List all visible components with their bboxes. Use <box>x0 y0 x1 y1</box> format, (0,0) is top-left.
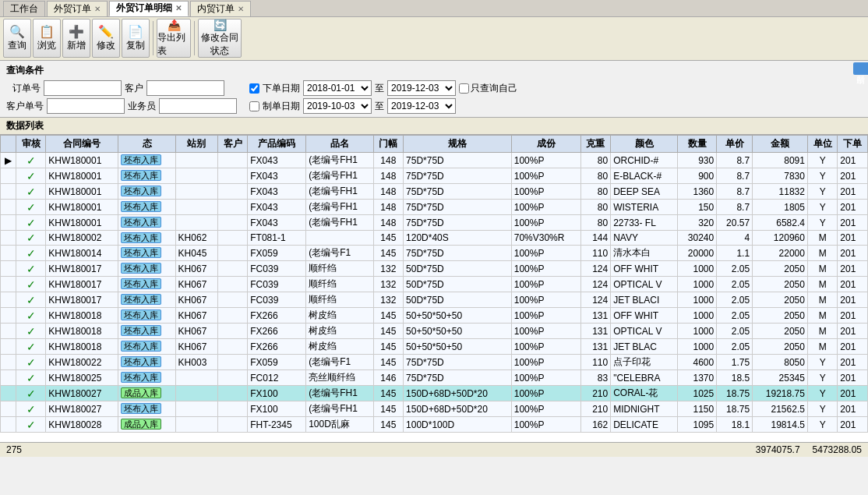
row-color: OFF WHIT <box>611 261 678 277</box>
browse-btn[interactable]: 📋 浏览 <box>33 19 61 58</box>
create-date-from[interactable]: 2019-10-03 <box>303 98 372 114</box>
table-row[interactable]: ✓ KHW180022 坯布入库 KH003 FX059 (老编号F1 145 … <box>1 355 868 370</box>
row-composition: 100%P <box>511 339 580 355</box>
table-row[interactable]: ▶ ✓ KHW180001 坯布入库 FX043 (老编号FH1 148 75D… <box>1 153 868 168</box>
create-date-to[interactable]: 2019-12-03 <box>387 98 456 114</box>
footer-count: 275 <box>6 444 22 455</box>
row-spec: 50D*75D <box>404 277 512 292</box>
row-order-date: 201 <box>838 277 868 292</box>
row-select <box>1 339 16 355</box>
row-product-name: 树皮绉 <box>306 308 373 324</box>
row-product-name: (老编号FH1 <box>306 386 373 401</box>
table-row[interactable]: ✓ KHW180014 坯布入库 KH045 FX059 (老编号F1 145 … <box>1 246 868 261</box>
row-qty: 1000 <box>678 339 717 355</box>
tab-order-list-close[interactable]: ✕ <box>94 5 101 13</box>
table-row[interactable]: ✓ KHW180018 坯布入库 KH067 FX266 树皮绉 145 50+… <box>1 324 868 339</box>
table-row[interactable]: ✓ KHW180001 坯布入库 FX043 (老编号FH1 148 75D*7… <box>1 168 868 184</box>
row-composition: 100%P <box>511 215 580 231</box>
row-door-width: 146 <box>373 370 403 386</box>
table-row[interactable]: ✓ KHW180017 坯布入库 KH067 FC039 顺纤绉 132 50D… <box>1 292 868 308</box>
modify-status-btn[interactable]: 🔄 修改合同状态 <box>198 19 242 58</box>
row-audit: ✓ <box>16 277 45 292</box>
row-station: KH003 <box>175 355 217 370</box>
table-row[interactable]: ✓ KHW180002 坯布入库 KH062 FT081-1 145 120D*… <box>1 231 868 246</box>
row-customer <box>217 261 247 277</box>
row-order-date: 201 <box>838 401 868 417</box>
tab-order-list[interactable]: 外贸订单 ✕ <box>47 1 108 16</box>
table-row[interactable]: ✓ KHW180001 坯布入库 FX043 (老编号FH1 148 75D*7… <box>1 184 868 200</box>
row-unit: Y <box>807 417 837 433</box>
tab-domestic-order[interactable]: 内贸订单 ✕ <box>190 1 251 16</box>
export-btn[interactable]: 📤 导出列表 <box>157 19 191 58</box>
table-row[interactable]: ✓ KHW180027 成品入库 FX100 (老编号FH1 145 150D+… <box>1 386 868 401</box>
row-product-name: (老编号FH1 <box>306 200 373 215</box>
table-row[interactable]: ✓ KHW180018 坯布入库 KH067 FX266 树皮绉 145 50+… <box>1 339 868 355</box>
row-contract: KHW180027 <box>46 401 118 417</box>
row-product-name: 树皮绉 <box>306 339 373 355</box>
order-date-from[interactable]: 2018-01-01 <box>303 80 372 96</box>
tab-order-detail-close[interactable]: ✕ <box>175 4 182 12</box>
tab-domestic-order-close[interactable]: ✕ <box>238 5 244 13</box>
create-date-checkbox[interactable] <box>249 101 259 111</box>
help-button[interactable]: 帮助 <box>853 62 868 75</box>
row-composition: 100%P <box>511 184 580 200</box>
row-qty: 1000 <box>678 292 717 308</box>
add-btn[interactable]: ➕ 新增 <box>62 19 90 58</box>
row-door-width: 145 <box>373 324 403 339</box>
row-contract: KHW180018 <box>46 324 118 339</box>
row-unit-price: 8.7 <box>717 200 753 215</box>
table-row[interactable]: ✓ KHW180017 坯布入库 KH067 FC039 顺纤绉 132 50D… <box>1 277 868 292</box>
query-btn[interactable]: 🔍 查询 <box>3 19 31 58</box>
table-row[interactable]: ✓ KHW180027 坯布入库 FX100 (老编号FH1 145 150D+… <box>1 401 868 417</box>
order-date-to[interactable]: 2019-12-03 <box>387 80 456 96</box>
row-color: OPTICAL V <box>611 324 678 339</box>
row-product-name: 亮丝顺纤绉 <box>306 370 373 386</box>
table-row[interactable]: ✓ KHW180001 坯布入库 FX043 (老编号FH1 148 75D*7… <box>1 215 868 231</box>
row-select <box>1 184 16 200</box>
row-spec: 75D*75D <box>404 153 512 168</box>
row-spec: 75D*75D <box>404 355 512 370</box>
row-audit: ✓ <box>16 184 45 200</box>
row-qty: 930 <box>678 153 717 168</box>
table-row[interactable]: ✓ KHW180028 成品入库 FHT-2345 100D乱麻 145 100… <box>1 417 868 433</box>
edit-icon: ✏️ <box>98 24 114 39</box>
customer-no-input[interactable] <box>47 98 125 114</box>
row-color: JET BLACI <box>611 292 678 308</box>
table-row[interactable]: ✓ KHW180018 坯布入库 KH067 FX266 树皮绉 145 50+… <box>1 308 868 324</box>
tab-workbench[interactable]: 工作台 <box>3 1 45 16</box>
row-unit-price: 2.05 <box>717 277 753 292</box>
row-product-code: FHT-2345 <box>248 417 306 433</box>
row-door-width: 145 <box>373 339 403 355</box>
row-weight: 80 <box>580 168 610 184</box>
order-date-checkbox[interactable] <box>249 83 259 94</box>
row-order-date: 201 <box>838 417 868 433</box>
row-select <box>1 261 16 277</box>
self-only-checkbox[interactable] <box>459 83 469 94</box>
row-weight: 110 <box>580 246 610 261</box>
row-station <box>175 370 217 386</box>
customer-input[interactable] <box>146 80 224 96</box>
row-order-date: 201 <box>838 292 868 308</box>
row-qty: 1360 <box>678 184 717 200</box>
row-audit: ✓ <box>16 153 45 168</box>
row-composition: 100%P <box>511 168 580 184</box>
row-door-width: 145 <box>373 246 403 261</box>
row-amount: 25345 <box>753 370 808 386</box>
salesperson-input[interactable] <box>159 98 237 114</box>
tab-order-detail[interactable]: 外贸订单明细 ✕ <box>109 1 189 16</box>
copy-btn[interactable]: 📄 复制 <box>122 19 150 58</box>
salesperson-label: 业务员 <box>128 100 156 113</box>
row-contract: KHW180001 <box>46 184 118 200</box>
order-no-input[interactable] <box>44 80 122 96</box>
row-state: 坯布入库 <box>118 339 175 355</box>
table-row[interactable]: ✓ KHW180025 坯布入库 FC012 亮丝顺纤绉 146 75D*75D… <box>1 370 868 386</box>
edit-btn[interactable]: ✏️ 修改 <box>92 19 120 58</box>
row-door-width: 148 <box>373 153 403 168</box>
table-row[interactable]: ✓ KHW180001 坯布入库 FX043 (老编号FH1 148 75D*7… <box>1 200 868 215</box>
table-row[interactable]: ✓ KHW180017 坯布入库 KH067 FC039 顺纤绉 132 50D… <box>1 261 868 277</box>
col-header-qty: 数量 <box>678 136 717 153</box>
row-state: 坯布入库 <box>118 231 175 246</box>
col-header-select <box>1 136 16 153</box>
row-door-width: 145 <box>373 401 403 417</box>
row-color: DELICATE <box>611 417 678 433</box>
